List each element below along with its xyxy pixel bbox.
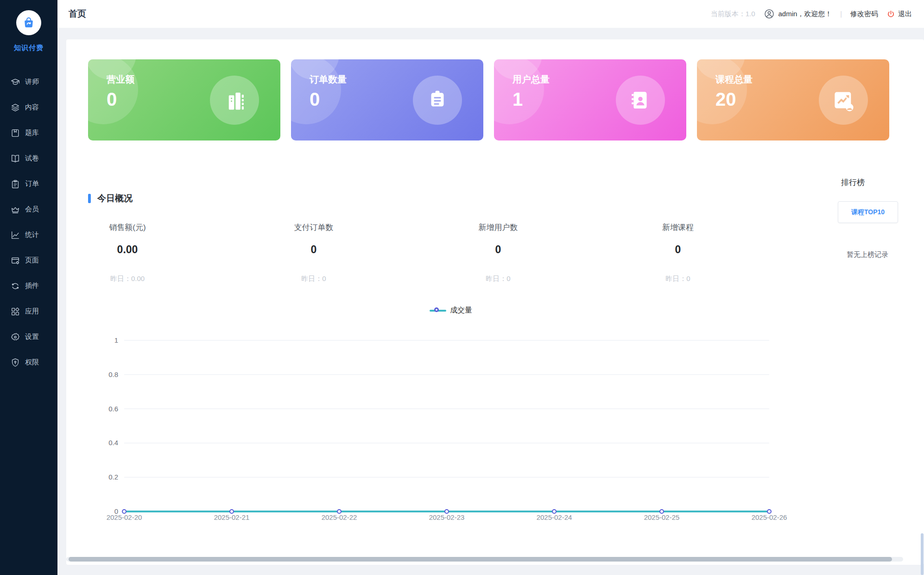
power-icon xyxy=(886,10,895,19)
stat-card-courses: 课程总量 20 xyxy=(697,59,889,141)
today-stat-sales: 销售额(元) 0.00 昨日：0.00 xyxy=(109,222,146,283)
logout-button[interactable]: 退出 xyxy=(886,10,912,19)
sidebar-item-exam-paper[interactable]: 试卷 xyxy=(0,146,57,171)
sidebar-item-label: 设置 xyxy=(25,332,39,341)
stat-card-value: 20 xyxy=(715,89,736,110)
line-chart-icon xyxy=(10,230,20,240)
contact-book-icon xyxy=(616,76,665,125)
horizontal-scrollbar-track[interactable] xyxy=(66,557,903,562)
ranking-tab-course-top10[interactable]: 课程TOP10 xyxy=(838,201,898,223)
stat-card-label: 用户总量 xyxy=(513,73,550,86)
stat-cards-row: 营业额 0 订单数量 0 xyxy=(88,59,889,141)
user-menu[interactable]: admin，欢迎您！ xyxy=(764,8,832,19)
vertical-scrollbar-thumb[interactable] xyxy=(921,533,924,575)
today-stat-paid-orders: 支付订单数 0 昨日：0 xyxy=(294,222,334,283)
header-divider: | xyxy=(840,10,842,18)
today-stat-new-users: 新增用户数 0 昨日：0 xyxy=(479,222,518,283)
open-book-icon xyxy=(10,153,20,164)
today-stat-new-courses: 新增课程 0 昨日：0 xyxy=(662,222,694,283)
graduation-cap-icon xyxy=(10,77,20,87)
today-section-title: 今日概况 xyxy=(88,192,133,204)
stat-card-orders: 订单数量 0 xyxy=(291,59,483,141)
clipboard-big-icon xyxy=(413,76,462,125)
stat-value: 0 xyxy=(479,243,518,256)
svg-text:0.4: 0.4 xyxy=(108,439,118,447)
stat-label: 新增课程 xyxy=(662,222,694,233)
sidebar-item-settings[interactable]: 设置 xyxy=(0,324,57,350)
app-logo[interactable] xyxy=(16,10,41,35)
stat-card-users: 用户总量 1 xyxy=(494,59,686,141)
sidebar-item-label: 内容 xyxy=(25,103,39,112)
sidebar-item-orders[interactable]: 订单 xyxy=(0,171,57,197)
stat-yesterday: 昨日：0 xyxy=(294,275,334,283)
sidebar-menu: 讲师 内容 题库 试卷 xyxy=(0,69,57,375)
sidebar-item-apps[interactable]: 应用 xyxy=(0,299,57,324)
sidebar-item-label: 权限 xyxy=(25,358,39,367)
page-title: 首页 xyxy=(69,8,86,20)
stat-card-value: 1 xyxy=(513,89,523,110)
layers-icon xyxy=(10,102,20,113)
stat-label: 销售额(元) xyxy=(109,222,146,233)
svg-text:2025-02-21: 2025-02-21 xyxy=(214,513,250,521)
sidebar-item-statistics[interactable]: 统计 xyxy=(0,222,57,248)
sidebar-item-permissions[interactable]: 权限 xyxy=(0,350,57,375)
change-password-link[interactable]: 修改密码 xyxy=(850,10,878,19)
stat-yesterday: 昨日：0 xyxy=(479,275,518,283)
stat-label: 新增用户数 xyxy=(479,222,518,233)
stat-value: 0 xyxy=(294,243,334,256)
stat-yesterday: 昨日：0.00 xyxy=(109,275,146,283)
sidebar-item-label: 页面 xyxy=(25,256,39,265)
svg-text:0.2: 0.2 xyxy=(108,473,118,481)
svg-text:0.6: 0.6 xyxy=(108,405,118,413)
svg-text:2025-02-20: 2025-02-20 xyxy=(107,513,142,521)
sidebar-item-content[interactable]: 内容 xyxy=(0,95,57,120)
sidebar-item-plugins[interactable]: 插件 xyxy=(0,273,57,299)
stat-card-label: 订单数量 xyxy=(310,73,347,86)
sidebar-item-label: 统计 xyxy=(25,230,39,239)
ranking-empty-text: 暂无上榜记录 xyxy=(847,250,888,259)
svg-text:2025-02-23: 2025-02-23 xyxy=(429,513,465,521)
shopping-bag-sync-icon xyxy=(21,15,36,30)
dashboard-screen: 知识付费 讲师 内容 题库 xyxy=(0,0,924,575)
svg-text:0.8: 0.8 xyxy=(108,371,118,378)
sidebar-item-lecturer[interactable]: 讲师 xyxy=(0,69,57,95)
sidebar-item-label: 题库 xyxy=(25,128,39,137)
brand-block: 知识付费 xyxy=(0,0,57,52)
sidebar-item-label: 插件 xyxy=(25,281,39,290)
stat-value: 0.00 xyxy=(109,243,146,256)
sidebar: 知识付费 讲师 内容 题库 xyxy=(0,0,57,575)
stat-label: 支付订单数 xyxy=(294,222,334,233)
window-gear-icon xyxy=(10,256,20,266)
horizontal-scrollbar-thumb[interactable] xyxy=(69,557,892,562)
sidebar-item-label: 会员 xyxy=(25,205,39,214)
shield-key-icon xyxy=(10,358,20,368)
stat-card-label: 课程总量 xyxy=(715,73,753,86)
stat-yesterday: 昨日：0 xyxy=(662,275,694,283)
svg-text:2025-02-22: 2025-02-22 xyxy=(322,513,357,521)
stat-value: 0 xyxy=(662,243,694,256)
sidebar-item-members[interactable]: 会员 xyxy=(0,197,57,222)
crown-icon xyxy=(10,204,20,215)
clipboard-icon xyxy=(10,179,20,189)
main-panel: 营业额 0 订单数量 0 xyxy=(66,39,924,565)
svg-text:2025-02-24: 2025-02-24 xyxy=(537,513,572,521)
ranking-title: 排行榜 xyxy=(841,177,865,188)
stat-card-label: 营业额 xyxy=(107,73,134,86)
header-right: 当前版本：1.0 admin，欢迎您！ | 修改密码 退出 xyxy=(711,8,912,19)
sidebar-item-question-bank[interactable]: 题库 xyxy=(0,120,57,146)
apps-grid-icon xyxy=(10,307,20,317)
sidebar-item-pages[interactable]: 页面 xyxy=(0,248,57,273)
svg-text:2025-02-25: 2025-02-25 xyxy=(644,513,680,521)
sidebar-item-label: 订单 xyxy=(25,179,39,188)
plugin-refresh-icon xyxy=(10,281,20,291)
brand-name: 知识付费 xyxy=(14,44,44,52)
gear-icon xyxy=(10,332,20,342)
stat-card-value: 0 xyxy=(107,89,117,110)
books-icon xyxy=(210,76,259,125)
svg-text:2025-02-26: 2025-02-26 xyxy=(752,513,787,521)
section-title-text: 今日概况 xyxy=(97,192,133,204)
sidebar-item-label: 讲师 xyxy=(25,77,39,86)
stat-card-value: 0 xyxy=(310,89,320,110)
transactions-line-chart: 00.20.40.60.812025-02-202025-02-212025-0… xyxy=(66,299,924,549)
sidebar-item-label: 试卷 xyxy=(25,154,39,163)
